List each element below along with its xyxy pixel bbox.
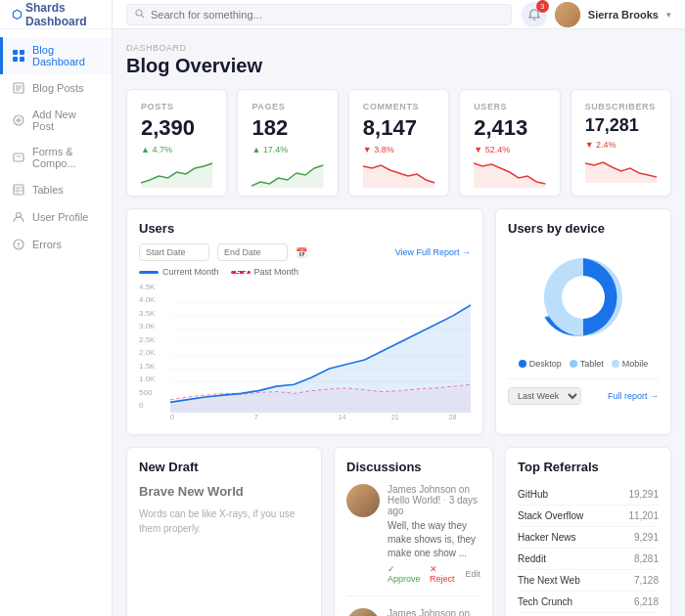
svg-rect-3 <box>20 57 24 62</box>
main-content: 3 Sierra Brooks ▾ DASHBOARD Blog Overvie… <box>113 0 685 616</box>
referral-count: 6,218 <box>634 596 659 607</box>
svg-marker-26 <box>474 163 545 188</box>
stats-row: POSTS 2,390 ▲ 4.7% PAGES 182 ▲ 17.4% <box>126 89 671 197</box>
svg-text:0: 0 <box>170 413 174 419</box>
referral-name: Stack Overflow <box>518 510 583 521</box>
tables-icon <box>12 183 25 197</box>
mid-row: Users 📅 View Full Report → Current Month… <box>126 208 671 435</box>
stat-change-pages: ▲ 17.4% <box>251 145 323 154</box>
page-title: Blog Overview <box>126 55 671 77</box>
edit-button-0[interactable]: Edit <box>465 564 480 584</box>
view-full-report-link[interactable]: View Full Report → <box>395 247 471 257</box>
users-chart-card: Users 📅 View Full Report → Current Month… <box>126 208 483 435</box>
svg-text:28: 28 <box>448 413 456 419</box>
mini-chart-comments <box>363 158 434 188</box>
sidebar-item-forms[interactable]: Forms & Compo... <box>0 139 112 176</box>
sidebar-item-user-profile[interactable]: User Profile <box>0 203 112 231</box>
legend-dot-past <box>231 271 251 274</box>
draft-title-input[interactable] <box>139 484 309 499</box>
sidebar-item-errors[interactable]: Errors <box>0 231 112 258</box>
disc-header-1: James Johnson on Hello World! · 4 days a… <box>388 608 480 616</box>
tablet-dot <box>570 360 577 368</box>
notification-count: 3 <box>536 0 549 13</box>
draft-card: New Draft Words can be like X-rays, if y… <box>126 447 322 616</box>
device-footer: Last Week Full report → <box>508 378 659 405</box>
referral-count: 8,281 <box>634 553 659 564</box>
referral-count: 19,291 <box>628 489 659 500</box>
stat-value-subscribers: 17,281 <box>585 115 657 136</box>
sidebar-nav: Blog Dashboard Blog Posts Add New Post F… <box>0 29 112 266</box>
stat-value-comments: 8,147 <box>363 115 434 141</box>
user-icon <box>12 210 25 224</box>
device-chart-card: Users by device <box>495 208 671 435</box>
discussion-item-1: James Johnson on Hello World! · 4 days a… <box>346 608 480 616</box>
disc-content-1: James Johnson on Hello World! · 4 days a… <box>388 608 480 616</box>
calendar-icon: 📅 <box>296 247 307 258</box>
avatar <box>555 2 580 27</box>
users-chart-wrapper: 4.5K4.0K3.5K3.0K2.5K 2.0K1.5K1.0K5000 <box>139 283 471 422</box>
users-chart-title: Users <box>139 221 471 236</box>
header: 3 Sierra Brooks ▾ <box>113 0 685 29</box>
sidebar-item-blog-posts[interactable]: Blog Posts <box>0 74 112 102</box>
stat-label-pages: PAGES <box>251 102 323 111</box>
referral-name: The Next Web <box>518 575 580 586</box>
legend-mobile: Mobile <box>612 359 649 369</box>
errors-icon <box>12 238 25 251</box>
legend-past-month: Past Month <box>231 267 299 277</box>
mini-chart-posts <box>141 158 212 188</box>
start-date-input[interactable] <box>139 243 209 261</box>
svg-rect-13 <box>14 185 23 195</box>
stat-change-subscribers: ▼ 2.4% <box>585 140 657 150</box>
referral-item: Stack Overflow11,201 <box>518 506 659 527</box>
full-report-link[interactable]: Full report → <box>608 391 659 401</box>
stat-label-comments: COMMENTS <box>363 102 434 111</box>
posts-icon <box>12 81 25 95</box>
referral-count: 11,201 <box>628 510 659 521</box>
referrals-list: GitHub19,291Stack Overflow11,201Hacker N… <box>518 484 659 616</box>
svg-marker-27 <box>585 162 657 183</box>
device-chart-title: Users by device <box>508 221 659 236</box>
stat-label-subscribers: SUBSCRIBERS <box>585 102 657 111</box>
svg-text:14: 14 <box>339 413 346 419</box>
pie-chart <box>508 243 659 351</box>
search-input[interactable] <box>151 9 503 21</box>
sidebar-item-tables[interactable]: Tables <box>0 176 112 203</box>
end-date-input[interactable] <box>217 243 288 261</box>
svg-line-22 <box>142 15 145 18</box>
period-select[interactable]: Last Week <box>508 387 581 405</box>
disc-body-0: Well, the way they make shows is, they m… <box>388 519 480 560</box>
legend-tablet: Tablet <box>570 359 604 369</box>
legend-current-month: Current Month <box>139 267 219 277</box>
disc-header-0: James Johnson on Hello World! · 3 days a… <box>388 484 480 516</box>
bottom-row: New Draft Words can be like X-rays, if y… <box>126 447 671 616</box>
referral-item: Tech Crunch6,218 <box>518 592 659 613</box>
chevron-down-icon[interactable]: ▾ <box>666 10 671 20</box>
sidebar-item-blog-dashboard[interactable]: Blog Dashboard <box>0 37 112 74</box>
search-box[interactable] <box>126 4 512 25</box>
stat-change-comments: ▼ 3.8% <box>363 145 434 154</box>
notification-button[interactable]: 3 <box>522 2 547 27</box>
stat-card-users: USERS 2,413 ▼ 52.4% <box>459 89 560 197</box>
referral-name: Reddit <box>518 553 546 564</box>
disc-actions-0: ✓ Approve ✕ Reject Edit <box>388 564 480 584</box>
reject-button-0[interactable]: ✕ Reject <box>430 564 460 584</box>
sidebar-item-add-new-post[interactable]: Add New Post <box>0 102 112 139</box>
content-area: DASHBOARD Blog Overview POSTS 2,390 ▲ 4.… <box>113 29 685 616</box>
users-chart-area: 0 7 14 21 28 <box>170 283 471 422</box>
disc-content-0: James Johnson on Hello World! · 3 days a… <box>388 484 480 584</box>
stat-value-posts: 2,390 <box>141 115 212 141</box>
mini-chart-pages <box>251 158 323 188</box>
legend-desktop: Desktop <box>519 359 562 369</box>
svg-rect-1 <box>20 50 24 55</box>
referrals-title: Top Referrals <box>518 460 659 474</box>
draft-body: Words can be like X-rays, if you use the… <box>139 506 309 536</box>
svg-text:21: 21 <box>391 413 399 419</box>
header-right: 3 Sierra Brooks ▾ <box>522 2 671 27</box>
sidebar: ⬡ Shards Dashboard Blog Dashboard Blog P… <box>0 0 113 616</box>
svg-point-21 <box>136 10 142 16</box>
approve-button-0[interactable]: ✓ Approve <box>388 564 424 584</box>
mobile-dot <box>612 360 619 368</box>
desktop-dot <box>519 360 526 368</box>
stat-value-users: 2,413 <box>474 115 545 141</box>
stat-card-pages: PAGES 182 ▲ 17.4% <box>237 89 338 197</box>
